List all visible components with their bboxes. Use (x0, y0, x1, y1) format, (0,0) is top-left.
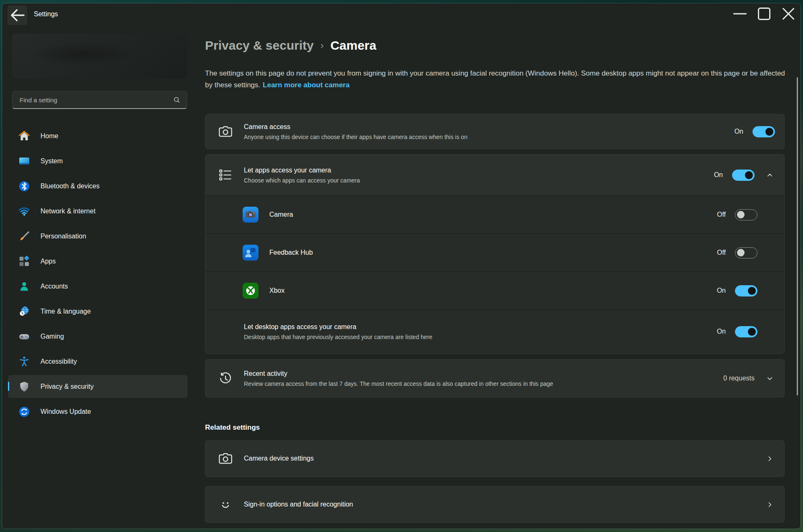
history-icon (218, 371, 233, 386)
app-toggle[interactable] (735, 209, 757, 220)
windows-update-icon (18, 405, 30, 418)
sign-in-options-card[interactable]: Sign-in options and facial recognition (205, 486, 785, 523)
sidebar-item-privacy-security[interactable]: Privacy & security (8, 375, 187, 398)
search-input[interactable] (13, 96, 173, 104)
desktop-apps-state-label: On (717, 328, 726, 335)
sidebar-item-gaming[interactable]: Gaming (8, 325, 187, 348)
home-icon (18, 130, 30, 142)
apps-list-icon (218, 167, 233, 182)
recent-activity-description: Review camera access from the last 7 day… (244, 380, 723, 388)
app-state-label: On (717, 287, 726, 294)
let-apps-group-card: Let apps access your camera Choose which… (205, 154, 785, 354)
network-icon (18, 205, 30, 218)
sidebar-item-apps[interactable]: Apps (8, 250, 187, 273)
sidebar-item-label: Bluetooth & devices (41, 182, 99, 190)
sidebar-item-label: Privacy & security (41, 383, 94, 390)
xbox-app-icon (243, 283, 258, 299)
camera-outline-icon (218, 451, 233, 466)
sidebar-item-home[interactable]: Home (8, 124, 187, 147)
chevron-right-icon (765, 500, 774, 509)
camera-access-title: Camera access (244, 122, 735, 132)
let-apps-toggle[interactable] (732, 170, 755, 181)
sidebar-item-label: Gaming (41, 333, 64, 340)
apps-icon (18, 255, 30, 268)
breadcrumb-parent[interactable]: Privacy & security (205, 38, 314, 53)
camera-access-description: Anyone using this device can choose if t… (244, 133, 735, 141)
camera-device-settings-card[interactable]: Camera device settings (205, 440, 785, 477)
chevron-down-icon (765, 374, 774, 383)
gaming-icon (18, 330, 30, 343)
back-arrow-icon (8, 5, 27, 25)
sidebar-item-label: Accounts (41, 283, 68, 290)
personalisation-icon (18, 230, 30, 243)
related-settings-heading: Related settings (205, 423, 785, 432)
app-title: Settings (34, 10, 58, 18)
app-toggle[interactable] (735, 285, 757, 296)
sidebar-item-label: System (41, 157, 63, 165)
app-name: Feedback Hub (269, 249, 717, 256)
desktop-apps-toggle[interactable] (735, 326, 757, 337)
sidebar-item-system[interactable]: System (8, 149, 187, 172)
recent-activity-card[interactable]: Recent activity Review camera access fro… (205, 359, 785, 398)
app-row-xbox: Xbox On (205, 272, 784, 309)
let-apps-state-label: On (714, 171, 723, 179)
camera-app-icon (243, 207, 258, 223)
user-profile-card[interactable] (12, 34, 187, 79)
chevron-up-icon (765, 171, 774, 180)
sidebar-item-label: Windows Update (41, 408, 91, 415)
vertical-scrollbar[interactable] (797, 77, 798, 395)
search-icon[interactable] (173, 96, 180, 104)
close-button[interactable] (776, 3, 800, 24)
sidebar-item-network-internet[interactable]: Network & internet (8, 200, 187, 223)
camera-outline-icon (218, 124, 233, 139)
let-apps-text: Let apps access your camera Choose which… (244, 166, 714, 185)
recent-activity-text: Recent activity Review camera access fro… (244, 369, 723, 388)
sidebar-nav: Home System Bluetooth & devices Network … (8, 124, 187, 425)
recent-activity-count: 0 requests (723, 375, 755, 382)
sidebar-item-accessibility[interactable]: Accessibility (8, 350, 187, 373)
app-toggle[interactable] (735, 247, 757, 258)
maximize-button[interactable] (752, 3, 776, 24)
back-button[interactable] (8, 5, 27, 25)
camera-access-text: Camera access Anyone using this device c… (244, 122, 735, 141)
sidebar-item-bluetooth-devices[interactable]: Bluetooth & devices (8, 175, 187, 198)
sidebar-item-label: Personalisation (41, 233, 86, 240)
accessibility-icon (18, 355, 30, 368)
sidebar-item-label: Time & language (41, 308, 91, 315)
let-apps-header-row[interactable]: Let apps access your camera Choose which… (205, 155, 784, 195)
recent-activity-title: Recent activity (244, 369, 723, 378)
app-state-label: Off (717, 211, 726, 218)
sidebar-item-label: Home (41, 132, 58, 140)
settings-window: Settings Home System Bluetooth & devices (2, 3, 800, 529)
sidebar-item-label: Network & internet (41, 208, 96, 215)
close-icon (776, 3, 800, 24)
titlebar: Settings (2, 3, 800, 26)
sidebar-item-windows-update[interactable]: Windows Update (8, 400, 187, 423)
breadcrumb-separator-icon: › (314, 40, 330, 51)
chevron-right-icon (765, 454, 774, 463)
camera-access-toggle[interactable] (752, 126, 775, 137)
maximize-icon (752, 3, 776, 24)
face-icon (218, 497, 233, 512)
accounts-icon (18, 280, 30, 293)
sidebar: Home System Bluetooth & devices Network … (2, 26, 195, 529)
app-rows: Camera Off Feedback Hub Off Xbox On (205, 195, 784, 309)
desktop-apps-row: Let desktop apps access your camera Desk… (205, 310, 784, 353)
learn-more-link[interactable]: Learn more about camera (263, 81, 350, 89)
app-row-feedback-hub: Feedback Hub Off (205, 234, 784, 271)
app-row-camera: Camera Off (205, 196, 784, 233)
breadcrumb: Privacy & security › Camera (205, 38, 800, 53)
sidebar-item-personalisation[interactable]: Personalisation (8, 225, 187, 248)
app-state-label: Off (717, 249, 726, 256)
camera-access-state-label: On (735, 128, 743, 135)
app-name: Camera (269, 211, 717, 218)
sidebar-item-accounts[interactable]: Accounts (8, 275, 187, 298)
sidebar-item-time-language[interactable]: Time & language (8, 300, 187, 323)
minimize-button[interactable] (728, 3, 752, 24)
selected-accent-bar (8, 382, 9, 391)
sign-in-options-label: Sign-in options and facial recognition (244, 501, 765, 508)
feedback-hub-app-icon (243, 245, 258, 261)
page-title: Camera (330, 38, 376, 53)
app-name: Xbox (269, 287, 717, 294)
search-box (12, 91, 187, 109)
